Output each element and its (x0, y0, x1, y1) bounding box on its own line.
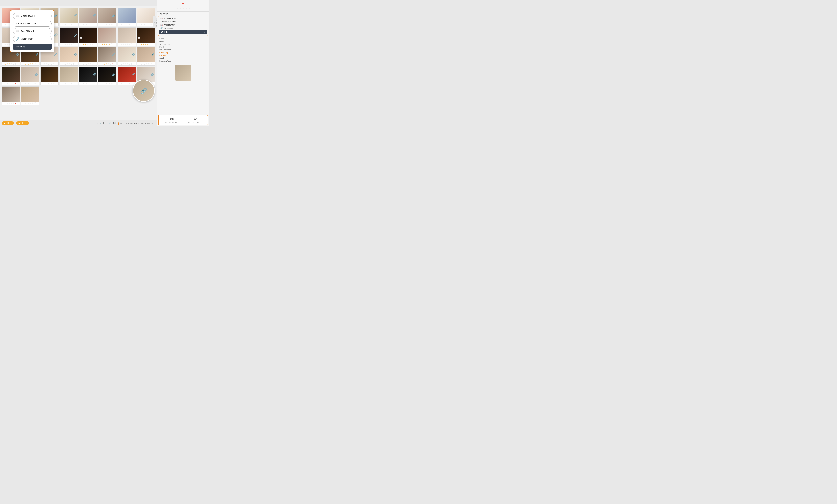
star-5[interactable]: ☆ (70, 82, 72, 85)
star-5[interactable]: ☆ (90, 43, 92, 45)
star-2[interactable]: ☆ (7, 82, 9, 85)
star-3[interactable]: ☆ (86, 43, 88, 45)
star-1[interactable]: ☆ (121, 63, 123, 65)
sidebar-star-3[interactable]: ☆ (182, 7, 184, 10)
star-row[interactable]: ★★★★★♡ (99, 42, 116, 45)
star-2[interactable]: ★ (143, 43, 144, 45)
star-1[interactable]: ☆ (63, 23, 65, 25)
star-5[interactable]: ☆ (148, 23, 149, 25)
sidebar-tag-btn-panorama[interactable]: 📖PANORAMA (159, 23, 207, 26)
sidebar-sub-item-reception[interactable]: Reception (157, 54, 209, 57)
popup-wedding-button[interactable]: Wedding > (13, 43, 52, 50)
star-3[interactable]: ★ (106, 63, 107, 65)
star-3[interactable]: ☆ (86, 63, 88, 65)
star-5[interactable]: ☆ (128, 63, 130, 65)
photo-cell-23[interactable]: 🔗 ☆☆☆☆☆♡ (118, 47, 136, 66)
star-4[interactable]: ☆ (30, 82, 32, 85)
star-1[interactable]: ☆ (82, 82, 84, 85)
star-3[interactable]: ☆ (105, 82, 107, 85)
star-2[interactable]: ☆ (84, 23, 86, 25)
sidebar-sub-item-bride[interactable]: Bride (157, 37, 209, 40)
heart-icon[interactable]: ♡ (130, 63, 132, 65)
star-1[interactable]: ☆ (121, 43, 123, 45)
photo-cell-34[interactable]: ☆☆☆☆☆♡ (21, 87, 39, 105)
star-3[interactable]: ☆ (144, 23, 146, 25)
sidebar-sub-item-groom[interactable]: Groom (157, 40, 209, 43)
star-5[interactable]: ☆ (128, 82, 130, 85)
sidebar-tag-btn-ungroup[interactable]: 🔗UNGROUP (159, 26, 207, 30)
photo-cell-20[interactable]: 🔗 ☆☆☆☆☆♡ (60, 47, 78, 66)
star-4[interactable]: ☆ (49, 63, 51, 65)
heart-icon[interactable]: ♡ (34, 82, 36, 85)
star-row[interactable]: ☆☆☆☆☆♡ (79, 62, 97, 65)
sidebar-sub-item-pre-ceremony[interactable]: Pre-Ceremony (157, 49, 209, 51)
star-row[interactable]: ★★★★★♥ (137, 42, 155, 45)
star-1[interactable]: ★ (5, 63, 7, 65)
star-4[interactable]: ☆ (146, 23, 147, 25)
star-1[interactable]: ☆ (121, 23, 123, 25)
star-3[interactable]: ☆ (125, 23, 126, 25)
heart-icon[interactable]: ♥ (15, 102, 16, 104)
sidebar-tag-btn-cover-photo[interactable]: ▪COVER PHOTO (159, 20, 207, 23)
star-4[interactable]: ☆ (126, 43, 128, 45)
star-5[interactable]: ☆ (148, 63, 149, 65)
sidebar-star-5[interactable]: ☆ (188, 7, 191, 10)
star-5[interactable]: ★ (32, 63, 33, 65)
star-1[interactable]: ☆ (44, 82, 46, 85)
star-2[interactable]: ☆ (7, 102, 9, 104)
popup-btn-cover-photo[interactable]: ▪COVER PHOTO (13, 21, 52, 26)
star-1[interactable]: ★ (141, 43, 142, 45)
heart-icon[interactable]: ♡ (73, 23, 74, 25)
star-5[interactable]: ☆ (32, 82, 33, 85)
star-3[interactable]: ☆ (9, 82, 11, 85)
star-row[interactable]: ☆☆☆☆☆♥ (2, 82, 20, 85)
heart-icon[interactable]: ♡ (130, 23, 132, 25)
photo-cell-31[interactable]: 🔗 ☆☆☆☆☆♡ (118, 67, 136, 85)
star-2[interactable]: ☆ (46, 82, 47, 85)
heart-icon[interactable]: ♡ (53, 63, 55, 65)
photo-cell-21[interactable]: ☆☆☆☆☆♡ (79, 47, 97, 66)
star-1[interactable]: ☆ (82, 63, 84, 65)
heart-icon[interactable]: ♡ (53, 82, 55, 85)
star-3[interactable]: ☆ (67, 43, 68, 45)
star-4[interactable]: ☆ (88, 63, 89, 65)
star-row[interactable]: ★★☆☆☆♥ (79, 42, 97, 45)
star-2[interactable]: ☆ (65, 63, 67, 65)
star-2[interactable]: ★ (104, 43, 105, 45)
star-3[interactable]: ☆ (86, 23, 88, 25)
star-5[interactable]: ☆ (90, 63, 91, 65)
star-5[interactable]: ☆ (70, 43, 72, 45)
star-3[interactable]: ☆ (105, 23, 107, 25)
star-2[interactable]: ☆ (65, 23, 67, 25)
sidebar-sub-item-family[interactable]: Family (157, 45, 209, 49)
star-3[interactable]: ☆ (67, 82, 68, 85)
star-3[interactable]: ★ (144, 43, 146, 45)
star-row[interactable]: ★★★☆☆♥ (99, 62, 116, 65)
star-row[interactable]: ★★★★★♡ (21, 62, 39, 65)
star-2[interactable]: ☆ (84, 82, 86, 85)
star-5[interactable]: ☆ (90, 23, 91, 25)
sidebar-star-4[interactable]: ☆ (185, 7, 188, 10)
star-2[interactable]: ☆ (84, 63, 86, 65)
star-5[interactable]: ☆ (13, 82, 14, 85)
star-1[interactable]: ☆ (5, 102, 7, 104)
star-row[interactable]: ☆☆☆☆☆♡ (137, 62, 155, 65)
star-1[interactable]: ☆ (63, 63, 65, 65)
star-1[interactable]: ☆ (44, 63, 46, 65)
photo-cell-8[interactable]: ☆☆☆☆☆♡ (137, 8, 155, 26)
star-row[interactable]: ☆☆☆☆☆♡ (79, 82, 97, 85)
star-2[interactable]: ☆ (142, 23, 144, 25)
star-5[interactable]: ☆ (109, 23, 111, 25)
photo-cell-29[interactable]: 🔗 ☆☆☆☆☆♡ (79, 67, 97, 85)
heart-icon[interactable]: ♡ (130, 82, 132, 85)
star-5[interactable]: ☆ (70, 23, 72, 25)
sidebar-tag-btn-main-image[interactable]: 📖MAIN IMAGE (159, 17, 207, 20)
star-2[interactable]: ☆ (46, 63, 47, 65)
photo-cell-33[interactable]: ☆☆☆☆☆♥ (2, 87, 20, 105)
photo-cell-27[interactable]: ☆☆☆☆☆♡ (40, 67, 58, 85)
sidebar-sub-item-wedding-party[interactable]: Wedding Party (157, 43, 209, 45)
star-5[interactable]: ☆ (90, 82, 91, 85)
star-5[interactable]: ☆ (109, 82, 111, 85)
star-row[interactable]: ★★★☆☆♡ (2, 62, 20, 65)
star-4[interactable]: ☆ (11, 102, 12, 104)
